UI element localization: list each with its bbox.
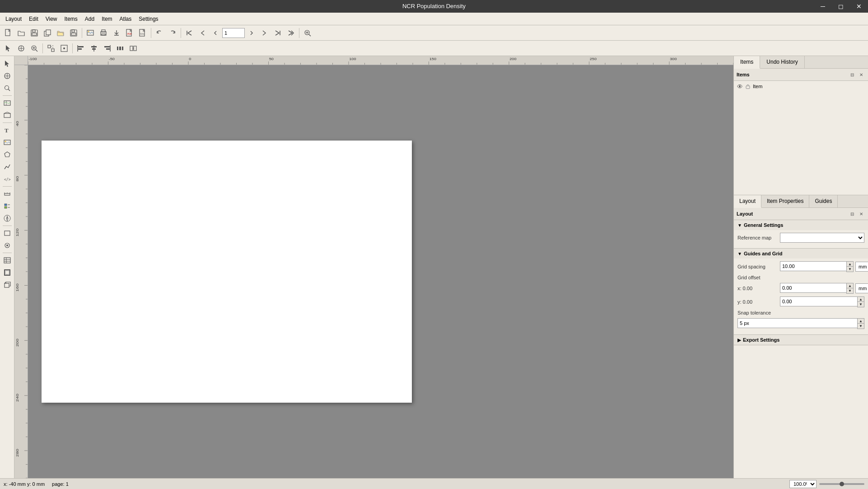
canvas-area[interactable]: // Ruler ticks will be drawn via inline … (14, 56, 733, 478)
general-settings-header[interactable]: ▼ General Settings (734, 220, 868, 230)
snap-tolerance-down[interactable]: ▼ (858, 324, 864, 329)
atlas-next-button[interactable] (258, 27, 271, 39)
add-3d-tool[interactable] (1, 279, 13, 291)
save-all-button[interactable] (28, 27, 41, 39)
grid-y-up[interactable]: ▲ (858, 297, 864, 302)
pan-view-tool[interactable] (1, 70, 13, 82)
tab-item-properties[interactable]: Item Properties (761, 195, 809, 207)
add-north-arrow-tool[interactable] (1, 212, 13, 224)
print-button[interactable] (97, 27, 110, 39)
pointer-tool[interactable] (1, 58, 13, 70)
add-shape-tool[interactable] (1, 227, 13, 239)
atlas-prev-button[interactable] (196, 27, 209, 39)
add-html-tool[interactable]: </> (1, 173, 13, 185)
zoom-select[interactable]: 100.0% 50% 75% 150% 200% (789, 480, 817, 488)
export-pdf-button[interactable]: PDF (123, 27, 136, 39)
atlas-left-button[interactable] (209, 27, 222, 39)
canvas-viewport[interactable] (28, 65, 733, 478)
export-image-button[interactable] (84, 27, 97, 39)
zoom-in-button[interactable] (28, 42, 41, 55)
grid-y-input[interactable] (780, 296, 857, 306)
grid-spacing-down[interactable]: ▼ (847, 267, 853, 272)
grid-x-up[interactable]: ▲ (847, 283, 853, 288)
new-button[interactable] (2, 27, 14, 39)
add-marker-tool[interactable] (1, 240, 13, 251)
atlas-right-button[interactable] (245, 27, 258, 39)
reference-map-select[interactable] (780, 233, 864, 243)
items-panel-close[interactable]: ✕ (857, 71, 865, 79)
duplicate-button[interactable] (41, 27, 54, 39)
menu-atlas[interactable]: Atlas (116, 14, 135, 24)
distribute-button[interactable] (114, 42, 126, 55)
add-frame-tool[interactable] (1, 267, 13, 278)
menu-items[interactable]: Items (61, 14, 81, 24)
export-settings-header[interactable]: ▶ Export Settings (734, 335, 868, 345)
menu-edit[interactable]: Edit (25, 14, 42, 24)
menu-view[interactable]: View (42, 14, 61, 24)
atlas-last-button[interactable] (271, 27, 284, 39)
snap2-button[interactable] (58, 42, 70, 55)
page-number-input[interactable] (222, 28, 245, 38)
snap-tolerance-up[interactable]: ▲ (858, 319, 864, 324)
undo-button[interactable] (153, 27, 166, 39)
zoom-slider-handle[interactable] (840, 482, 844, 486)
zoom-view-tool[interactable] (1, 82, 13, 94)
minimize-button[interactable]: ─ (814, 0, 832, 13)
add-3d-map-tool[interactable] (1, 109, 13, 121)
tab-items[interactable]: Items (734, 56, 760, 69)
tab-undo-history[interactable]: Undo History (760, 56, 804, 68)
separator-1 (82, 28, 82, 38)
align-center-button[interactable] (88, 42, 100, 55)
tab-guides[interactable]: Guides (809, 195, 838, 207)
svg-rect-37 (78, 46, 84, 47)
grid-y-down[interactable]: ▼ (858, 302, 864, 307)
menu-layout[interactable]: Layout (2, 14, 25, 24)
pan-tool-button[interactable] (15, 42, 28, 55)
select-tool-button[interactable] (2, 42, 14, 55)
grid-x-down[interactable]: ▼ (847, 288, 853, 293)
snap-tolerance-input[interactable] (737, 318, 857, 328)
open-button[interactable] (15, 27, 28, 39)
grid-spacing-up[interactable]: ▲ (847, 262, 853, 267)
zoom-full-button[interactable] (301, 27, 314, 39)
add-map-tool[interactable] (1, 97, 13, 109)
add-label-tool[interactable]: T (1, 124, 13, 136)
export-button[interactable] (110, 27, 123, 39)
restore-button[interactable]: ◻ (832, 0, 850, 13)
item-visibility-icon[interactable] (737, 83, 743, 89)
atlas-end-button[interactable] (285, 27, 297, 39)
zoom-slider[interactable] (819, 483, 864, 485)
grid-spacing-unit[interactable]: mm cm in (855, 262, 868, 272)
items-panel-filter[interactable]: ⊟ (848, 71, 856, 79)
open-folder-button[interactable] (54, 27, 67, 39)
align-right-button[interactable] (101, 42, 113, 55)
add-scalebar-tool[interactable] (1, 188, 13, 200)
add-attr-table-tool[interactable] (1, 254, 13, 266)
grid-spacing-input[interactable] (780, 261, 846, 271)
save-button[interactable] (67, 27, 80, 39)
bottom-panel-close[interactable]: ✕ (857, 210, 865, 218)
align-left-button[interactable] (75, 42, 87, 55)
snap-button[interactable] (45, 42, 57, 55)
add-polygon-tool[interactable] (1, 149, 13, 160)
menu-item[interactable]: Item (98, 14, 116, 24)
add-image-tool[interactable] (1, 136, 13, 148)
atlas-first-button[interactable] (183, 27, 196, 39)
tab-layout[interactable]: Layout (734, 195, 761, 208)
grid-x-input[interactable] (780, 283, 846, 293)
export-svg-button[interactable]: SVG (136, 27, 149, 39)
bottom-panel-icons: ⊟ ✕ (848, 210, 865, 218)
item-lock-icon[interactable] (745, 83, 751, 89)
bottom-panel-filter[interactable]: ⊟ (848, 210, 856, 218)
svg-rect-13 (102, 34, 105, 35)
add-legend-tool[interactable] (1, 200, 13, 212)
grid-x-unit[interactable]: mm (855, 283, 868, 293)
item-row[interactable]: Item (735, 82, 867, 91)
redo-button[interactable] (166, 27, 179, 39)
add-polyline-tool[interactable] (1, 161, 13, 173)
close-button[interactable]: ✕ (850, 0, 868, 13)
menu-add[interactable]: Add (81, 14, 98, 24)
guides-grid-header[interactable]: ▼ Guides and Grid (734, 249, 868, 259)
resize-button[interactable] (127, 42, 140, 55)
menu-settings[interactable]: Settings (135, 14, 162, 24)
